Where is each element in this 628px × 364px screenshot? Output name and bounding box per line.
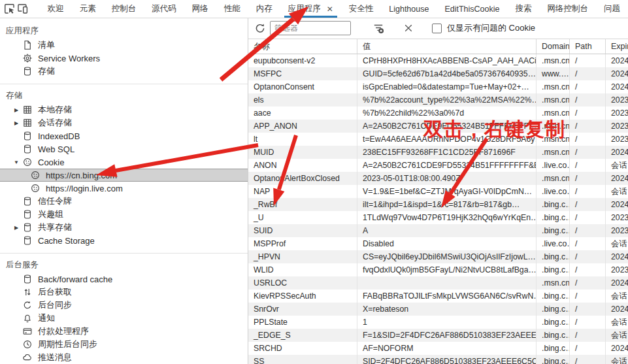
cell-path[interactable]: / xyxy=(570,146,606,159)
cell-expires[interactable]: 2023- xyxy=(606,120,628,133)
cell-path[interactable]: / xyxy=(570,172,606,185)
cell-name[interactable]: ANON xyxy=(248,159,357,172)
cell-name[interactable]: KievRPSSecAuth xyxy=(248,290,357,303)
cell-expires[interactable]: 2023- xyxy=(606,93,628,107)
cell-name[interactable]: eupubconsent-v2 xyxy=(248,54,357,67)
cell-name[interactable]: NAP xyxy=(248,185,357,198)
chevron-right-icon[interactable]: ▶ xyxy=(0,107,22,113)
cell-expires[interactable]: 会话 xyxy=(606,185,628,198)
tab-console[interactable]: 控制台 xyxy=(104,0,144,18)
cell-name[interactable]: OptanonAlertBoxClosed xyxy=(248,172,357,185)
sidebar-item-background-fetch[interactable]: 后台获取 xyxy=(0,286,248,299)
table-row[interactable]: _HPVNCS=eyJQbil6eyJDbil6MSwiU3QiOjAsIlFz… xyxy=(248,250,628,263)
cell-name[interactable]: SRCHD xyxy=(248,342,357,355)
cell-path[interactable]: / xyxy=(570,67,606,80)
table-row[interactable]: OptanonAlertBoxClosed2023-05-01T18:08:00… xyxy=(248,172,628,185)
cell-value[interactable]: %7b%22account_type%22%3a%22MSA%22%… xyxy=(357,93,537,107)
table-row[interactable]: SnrOvrX=rebateson.bing.c…/2024- xyxy=(248,303,628,316)
tab-network[interactable]: 网络 xyxy=(184,0,216,18)
cell-domain[interactable]: .live.co… xyxy=(537,185,570,198)
table-row[interactable]: eupubconsent-v2CPrH8HXPrH8HXAcABBENB-CsA… xyxy=(248,54,628,67)
cell-expires[interactable]: 2024- xyxy=(606,198,628,211)
table-row[interactable]: OptanonConsentisGpcEnabled=0&datestamp=T… xyxy=(248,80,628,93)
tab-issues[interactable]: 问题 xyxy=(596,0,628,18)
tab-sources[interactable]: 源代码 xyxy=(144,0,184,18)
cell-path[interactable]: / xyxy=(570,316,606,329)
table-row[interactable]: ltt=EwA4A6AEAAAURnNPDOP4v1G28DRF5A6y….ms… xyxy=(248,133,628,146)
cell-path[interactable]: / xyxy=(570,133,606,146)
cell-domain[interactable]: .live.co… xyxy=(537,159,570,172)
table-row[interactable]: NAPV=1.9&E=1bef&C=ZTJMrqAyaGI-V0IDpCmN….… xyxy=(248,185,628,198)
cell-name[interactable]: _U xyxy=(248,211,357,224)
table-row[interactable]: _EDGE_SF=1&SID=2F4DFC26AF886D510383EF23A… xyxy=(248,329,628,342)
cell-expires[interactable]: 2024- xyxy=(606,276,628,290)
cell-name[interactable]: APP_ANON xyxy=(248,120,357,133)
cell-name[interactable]: _RwBf xyxy=(248,198,357,211)
table-row[interactable]: _U1TLdWq97Vow4D7P6T19HjK32hQq6wYrKqEn….b… xyxy=(248,211,628,224)
table-row[interactable]: USRLOC.msn.cn/2024- xyxy=(248,276,628,290)
cell-domain[interactable]: .msn.cn xyxy=(537,146,570,159)
table-row[interactable]: MSFPCGUID=5cfe62d67b1a42d4be5a0573676409… xyxy=(248,67,628,80)
cell-name[interactable]: lt xyxy=(248,133,357,146)
cell-name[interactable]: PPLState xyxy=(248,316,357,329)
clear-filter-icon[interactable] xyxy=(372,22,385,35)
cell-domain[interactable]: .msn.cn xyxy=(537,93,570,107)
cell-path[interactable]: / xyxy=(570,263,606,276)
tab-editthiscookie[interactable]: EditThisCookie xyxy=(437,0,507,18)
cell-expires[interactable]: 2024- xyxy=(606,303,628,316)
cell-domain[interactable]: .msn.cn xyxy=(537,172,570,185)
refresh-icon[interactable] xyxy=(254,22,267,35)
tab-application[interactable]: 应用程序✕ xyxy=(280,0,341,18)
sidebar-item-notifications[interactable]: 通知 xyxy=(0,312,248,325)
sidebar-item-periodic-sync[interactable]: 周期性后台同步 xyxy=(0,338,248,351)
cookie-filter-input[interactable] xyxy=(270,21,351,35)
cell-domain[interactable]: .bing.c… xyxy=(537,316,570,329)
table-row[interactable]: ANONA=2A50B2C761CDE9FD55324B51FFFFFFFF&E… xyxy=(248,159,628,172)
sidebar-item-trust-tokens[interactable]: 信任令牌 xyxy=(0,195,248,208)
cell-domain[interactable]: .bing.c… xyxy=(537,329,570,342)
cell-expires[interactable]: 会话 xyxy=(606,355,628,364)
tab-welcome[interactable]: 欢迎 xyxy=(40,0,72,18)
sidebar-item-web-sql[interactable]: Web SQL xyxy=(0,142,248,156)
cell-path[interactable]: / xyxy=(570,198,606,211)
cell-value[interactable]: Disabled xyxy=(357,237,537,250)
cell-domain[interactable]: .bing.c… xyxy=(537,355,570,364)
cell-path[interactable]: / xyxy=(570,303,606,316)
cell-name[interactable]: OptanonConsent xyxy=(248,80,357,93)
cell-domain[interactable]: .bing.c… xyxy=(537,263,570,276)
cell-name[interactable]: SUID xyxy=(248,224,357,237)
cell-domain[interactable]: .live.co… xyxy=(537,237,570,250)
inspect-button[interactable] xyxy=(3,0,16,18)
cell-value[interactable]: X=rebateson xyxy=(357,303,537,316)
chevron-down-icon[interactable]: ▼ xyxy=(0,159,22,165)
cell-value[interactable]: AF=NOFORM xyxy=(357,342,537,355)
cell-value[interactable]: GUID=5cfe62d67b1a42d4be5a057367640935… xyxy=(357,67,537,80)
sidebar-item-cache-storage[interactable]: Cache Storage xyxy=(0,234,248,247)
column-header-name[interactable]: 名称 xyxy=(248,39,357,54)
sidebar-item-manifest[interactable]: 清单 xyxy=(0,39,248,52)
cell-expires[interactable]: 2024- xyxy=(606,172,628,185)
cell-value[interactable]: SID=2F4DFC26AF886D510383EF23AEEE6C5C… xyxy=(357,355,537,364)
cell-path[interactable]: / xyxy=(570,329,606,342)
cell-name[interactable]: aace xyxy=(248,107,357,120)
column-header-value[interactable]: 值 xyxy=(357,39,537,54)
cell-path[interactable]: / xyxy=(570,342,606,355)
sidebar-item-bf-cache[interactable]: Back/forward cache xyxy=(0,273,248,286)
cell-name[interactable]: _EDGE_S xyxy=(248,329,357,342)
sidebar-item-local-storage[interactable]: ▶本地存储 xyxy=(0,103,248,116)
cell-expires[interactable]: 会话 xyxy=(606,159,628,172)
cell-value[interactable]: F=1&SID=2F4DFC26AF886D510383EF23AEEE… xyxy=(357,329,537,342)
cell-expires[interactable]: 2024- xyxy=(606,146,628,159)
cell-path[interactable]: / xyxy=(570,276,606,290)
tab-lighthouse[interactable]: Lighthouse xyxy=(381,0,437,18)
cell-value[interactable]: 2023-05-01T18:08:00.490Z xyxy=(357,172,537,185)
cell-domain[interactable]: .msn.cn xyxy=(537,120,570,133)
cell-path[interactable]: / xyxy=(570,250,606,263)
sidebar-item-background-sync[interactable]: 后台同步 xyxy=(0,299,248,312)
cell-path[interactable]: / xyxy=(570,93,606,107)
chevron-right-icon[interactable]: ▶ xyxy=(0,120,22,126)
cell-name[interactable]: USRLOC xyxy=(248,276,357,290)
column-header-expires[interactable]: Expire xyxy=(606,39,628,54)
cell-domain[interactable]: .msn.cn xyxy=(537,133,570,146)
cell-domain[interactable]: .bing.c… xyxy=(537,290,570,303)
